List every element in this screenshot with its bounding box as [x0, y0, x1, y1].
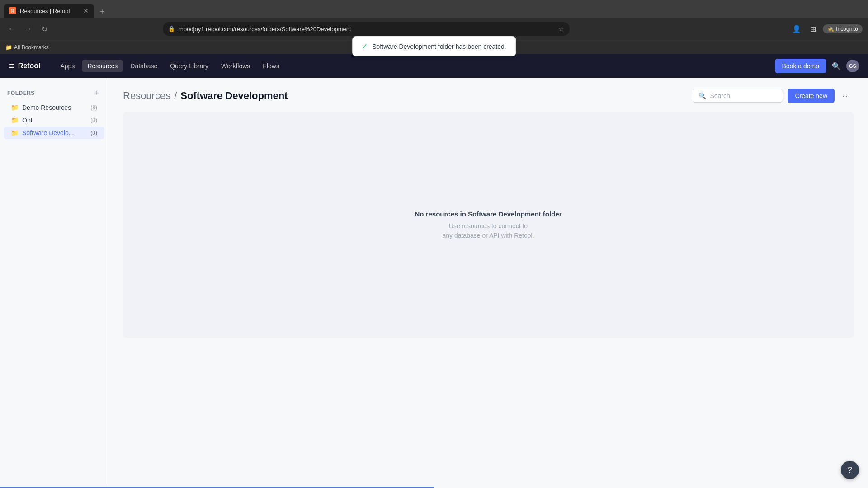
book-demo-button[interactable]: Book a demo [775, 59, 827, 73]
toast-notification: ✓ Software Development folder has been c… [352, 36, 516, 56]
sidebar-item-demo-count: (8) [90, 104, 97, 111]
search-input[interactable] [710, 92, 777, 99]
sidebar-section-header: Folders + [0, 87, 108, 101]
nav-search-icon[interactable]: 🔍 [832, 62, 841, 70]
breadcrumb-parent[interactable]: Resources [123, 90, 170, 102]
nav-link-resources[interactable]: Resources [82, 60, 123, 72]
help-button[interactable]: ? [841, 461, 859, 479]
sidebar-item-software-dev[interactable]: 📁 Software Develo... (0) [4, 127, 104, 139]
breadcrumb-current: Software Development [180, 90, 288, 102]
retool-logo-icon: ≡ [9, 61, 14, 71]
toast-message: Software Development folder has been cre… [372, 43, 506, 50]
nav-link-apps[interactable]: Apps [55, 60, 80, 72]
create-new-button[interactable]: Create new [788, 89, 835, 103]
bookmark-star-icon[interactable]: ☆ [558, 25, 564, 33]
folder-icon-opt: 📁 [11, 117, 19, 124]
sidebar-item-demo-resources[interactable]: 📁 Demo Resources (8) [4, 101, 104, 114]
empty-state-subtitle: Use resources to connect to any database… [415, 221, 561, 240]
breadcrumb-separator: / [174, 90, 177, 102]
sidebar-section-title: Folders [7, 90, 35, 96]
retool-logo[interactable]: ≡ Retool [9, 61, 40, 71]
incognito-icon: 🕵 [827, 26, 834, 32]
tab-title: Resources | Retool [20, 8, 80, 14]
sidebar-item-opt-count: (0) [90, 117, 97, 123]
forward-button[interactable]: → [22, 23, 34, 35]
app-content: ≡ Retool Apps Resources Database Query L… [0, 54, 868, 488]
content-area: Resources / Software Development 🔍 Creat… [108, 78, 868, 488]
nav-link-workflows[interactable]: Workflows [216, 60, 255, 72]
sidebar-item-software-dev-count: (0) [90, 130, 97, 136]
nav-links: Apps Resources Database Query Library Wo… [55, 60, 760, 72]
empty-state: No resources in Software Development fol… [415, 210, 561, 240]
nav-right: Book a demo 🔍 GS [775, 59, 859, 73]
refresh-button[interactable]: ↻ [38, 23, 51, 35]
toolbar-right: 👤 ⊞ 🕵 Incognito [790, 23, 863, 35]
back-button[interactable]: ← [5, 23, 18, 35]
incognito-label: Incognito [836, 26, 858, 32]
active-tab[interactable]: R Resources | Retool ✕ [4, 4, 94, 18]
nav-link-flows[interactable]: Flows [257, 60, 285, 72]
tab-favicon: R [9, 7, 16, 14]
search-box: 🔍 [693, 89, 783, 103]
toast-container: ✓ Software Development folder has been c… [352, 36, 516, 56]
extension-icon[interactable]: ⊞ [807, 23, 819, 35]
search-icon: 🔍 [698, 92, 706, 99]
add-folder-button[interactable]: + [92, 89, 101, 98]
lock-icon: 🔒 [168, 26, 175, 32]
retool-logo-text: Retool [18, 62, 41, 70]
user-avatar[interactable]: GS [846, 60, 859, 72]
incognito-button[interactable]: 🕵 Incognito [823, 24, 863, 33]
tab-bar: R Resources | Retool ✕ + [0, 0, 868, 18]
sidebar-item-opt[interactable]: 📁 Opt (0) [4, 114, 104, 127]
address-bar-container: 🔒 ☆ [163, 22, 570, 36]
all-bookmarks-label[interactable]: 📁 All Bookmarks [5, 44, 49, 51]
sidebar-item-software-dev-label: Software Develo... [22, 129, 74, 136]
nav-link-database[interactable]: Database [125, 60, 163, 72]
address-bar-input[interactable] [179, 26, 555, 33]
folder-icon-software-dev: 📁 [11, 129, 19, 136]
folder-icon-demo: 📁 [11, 104, 19, 111]
profile-icon[interactable]: 👤 [790, 23, 803, 35]
sidebar-item-demo-label: Demo Resources [22, 104, 71, 111]
sidebar-item-opt-label: Opt [22, 117, 33, 124]
toast-check-icon: ✓ [362, 42, 368, 51]
page-header: Resources / Software Development 🔍 Creat… [123, 89, 854, 103]
more-options-button[interactable]: ⋯ [839, 89, 854, 103]
new-tab-button[interactable]: + [96, 5, 108, 18]
tab-close-button[interactable]: ✕ [83, 7, 89, 14]
nav-link-query-library[interactable]: Query Library [165, 60, 214, 72]
main-layout: Folders + 📁 Demo Resources (8) 📁 Opt (0)… [0, 78, 868, 488]
empty-state-title: No resources in Software Development fol… [415, 210, 561, 218]
header-actions: 🔍 Create new ⋯ [693, 89, 854, 103]
sidebar: Folders + 📁 Demo Resources (8) 📁 Opt (0)… [0, 78, 108, 488]
breadcrumb: Resources / Software Development [123, 90, 288, 102]
top-nav: ≡ Retool Apps Resources Database Query L… [0, 54, 868, 78]
bookmarks-folder-icon: 📁 [5, 44, 12, 51]
resources-panel: No resources in Software Development fol… [123, 112, 854, 338]
